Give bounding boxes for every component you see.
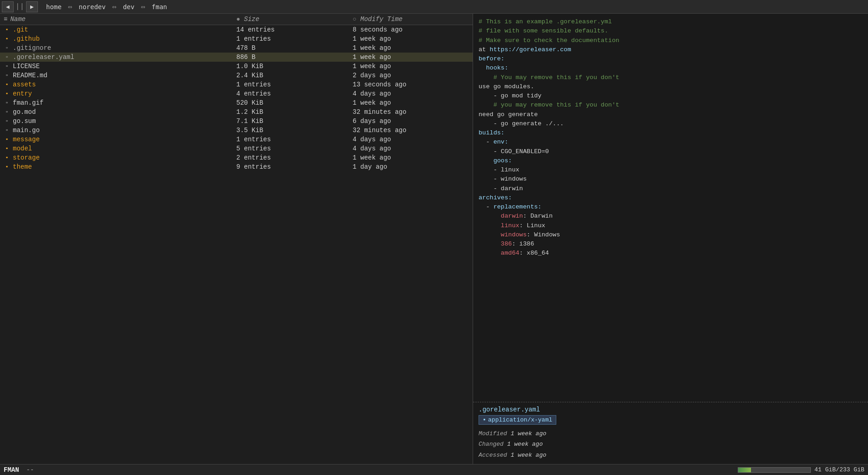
table-row[interactable]: ▪ model 5 entries 4 days ago	[0, 144, 473, 153]
table-row[interactable]: ▪ entry 4 entries 4 days ago	[0, 89, 473, 98]
table-row[interactable]: ▪ .git 14 entries 8 seconds ago	[0, 25, 473, 34]
name-col-label: Name	[10, 16, 26, 23]
file-name-text: message	[13, 136, 40, 143]
file-size-cell: 7.1 KiB	[236, 117, 353, 125]
file-size-cell: 4 entries	[236, 90, 353, 97]
file-name-text: README.md	[13, 72, 48, 79]
file-list: ▪ .git 14 entries 8 seconds ago ▪ .githu…	[0, 25, 473, 464]
folder-icon: ▪	[4, 155, 10, 161]
file-size-cell: 1.0 KiB	[236, 63, 353, 70]
file-name-text: go.mod	[13, 108, 36, 116]
file-size-cell: 1 entries	[236, 35, 353, 43]
file-time-cell: 1 week ago	[353, 154, 469, 161]
table-row[interactable]: ▪ .github 1 entries 1 week ago	[0, 34, 473, 43]
file-time-cell: 1 week ago	[353, 35, 469, 43]
file-icon-small: ▪	[483, 416, 486, 423]
folder-icon: ▪	[4, 27, 10, 33]
nav-path-noredev[interactable]: noredev	[74, 1, 110, 12]
file-name-cell: ▫ .goreleaser.yaml	[4, 53, 236, 61]
file-time-cell: 1 day ago	[353, 163, 469, 171]
file-meta: Modified 1 week ago Changed 1 week ago A…	[479, 428, 863, 460]
file-name-cell: ▫ go.mod	[4, 108, 236, 116]
disk-bar-fill	[738, 468, 751, 472]
file-time-cell: 6 days ago	[353, 117, 469, 125]
changed-value: 1 week ago	[507, 441, 543, 448]
file-name-text: .goreleaser.yaml	[13, 53, 74, 61]
nav-path-fman[interactable]: fman	[147, 1, 172, 12]
changed-label: Changed	[479, 441, 504, 448]
file-time-cell: 2 days ago	[353, 72, 469, 79]
table-row[interactable]: ▫ LICENSE 1.0 KiB 1 week ago	[0, 62, 473, 71]
file-name-cell: ▫ LICENSE	[4, 63, 236, 70]
nav-path-dev[interactable]: dev	[118, 1, 139, 12]
disk-bar-container: 41 GiB/233 GiB	[738, 466, 864, 473]
file-name-cell: ▪ storage	[4, 154, 236, 161]
file-size-cell: 1 entries	[236, 136, 353, 143]
name-col-header: ≡ Name	[4, 16, 236, 23]
app-name: FMAN	[4, 466, 19, 474]
mime-type-label: application/x-yaml	[488, 416, 552, 423]
file-time-cell: 8 seconds ago	[353, 26, 469, 33]
disk-usage-bar	[738, 467, 811, 473]
table-row[interactable]: ▪ assets 1 entries 13 seconds ago	[0, 80, 473, 89]
table-row[interactable]: ▪ message 1 entries 4 days ago	[0, 135, 473, 144]
nav-sep-3: ⇔	[67, 2, 74, 11]
file-name-cell: ▪ message	[4, 136, 236, 143]
file-icon: ▫	[4, 54, 10, 60]
file-name-cell: ▪ model	[4, 145, 236, 152]
file-name-text: model	[13, 145, 32, 152]
file-icon: ▫	[4, 100, 10, 106]
file-name-text: storage	[13, 154, 40, 161]
table-row[interactable]: ▫ fman.gif 520 KiB 1 week ago	[0, 98, 473, 107]
time-col-label: Modify Time	[360, 16, 402, 23]
file-time-cell: 1 week ago	[353, 53, 469, 61]
file-name-cell: ▪ entry	[4, 90, 236, 97]
table-row[interactable]: ▫ .goreleaser.yaml 886 B 1 week ago	[0, 53, 473, 62]
file-size-cell: 3.5 KiB	[236, 127, 353, 134]
file-name-cell: ▫ .gitignore	[4, 44, 236, 52]
table-row[interactable]: ▫ go.sum 7.1 KiB 6 days ago	[0, 117, 473, 126]
folder-icon: ▪	[4, 136, 10, 143]
file-name-cell: ▪ .git	[4, 26, 236, 33]
sort-icon: ≡	[4, 16, 7, 23]
table-row[interactable]: ▪ theme 9 entries 1 day ago	[0, 162, 473, 171]
folder-icon: ▪	[4, 145, 10, 152]
file-size-cell: 1 entries	[236, 81, 353, 88]
table-row[interactable]: ▪ storage 2 entries 1 week ago	[0, 153, 473, 162]
file-size-cell: 9 entries	[236, 163, 353, 171]
status-info: --	[27, 466, 34, 474]
folder-icon: ▪	[4, 164, 10, 170]
file-name-cell: ▫ README.md	[4, 72, 236, 79]
status-bar: FMAN -- 41 GiB/233 GiB	[0, 464, 868, 475]
file-icon: ▫	[4, 127, 10, 133]
preview-file-name: .goreleaser.yaml	[479, 406, 863, 413]
file-time-cell: 1 week ago	[353, 44, 469, 52]
folder-icon: ▪	[4, 36, 10, 42]
table-row[interactable]: ▫ README.md 2.4 KiB 2 days ago	[0, 71, 473, 80]
file-name-text: fman.gif	[13, 99, 43, 107]
file-name-text: .gitignore	[13, 44, 51, 52]
table-row[interactable]: ▫ go.mod 1.2 KiB 32 minutes ago	[0, 107, 473, 117]
modified-label: Modified	[479, 430, 507, 437]
file-name-text: .github	[13, 35, 40, 43]
file-time-cell: 4 days ago	[353, 145, 469, 152]
table-row[interactable]: ▫ main.go 3.5 KiB 32 minutes ago	[0, 126, 473, 135]
main-content: ≡ Name ● Size ○ Modify Time ▪ .git 14 en…	[0, 14, 868, 464]
file-size-cell: 2.4 KiB	[236, 72, 353, 79]
file-icon: ▫	[4, 45, 10, 51]
nav-sep-4: ⇔	[111, 2, 117, 11]
file-name-cell: ▫ go.sum	[4, 117, 236, 125]
file-size-cell: 886 B	[236, 53, 353, 61]
nav-path-home[interactable]: home	[42, 1, 66, 12]
file-name-text: theme	[13, 163, 32, 171]
preview-panel: # This is an example .goreleaser.yml # f…	[473, 14, 868, 464]
code-preview: # This is an example .goreleaser.yml # f…	[473, 14, 868, 402]
table-row[interactable]: ▫ .gitignore 478 B 1 week ago	[0, 43, 473, 53]
file-time-cell: 13 seconds ago	[353, 81, 469, 88]
file-info-section: .goreleaser.yaml ▪ application/x-yaml Mo…	[473, 402, 868, 464]
forward-button[interactable]: ▶	[26, 1, 38, 12]
accessed-label: Accessed	[479, 452, 507, 459]
file-time-cell: 4 days ago	[353, 136, 469, 143]
size-col-header: ● Size	[236, 16, 353, 23]
back-button[interactable]: ◀	[2, 1, 14, 12]
